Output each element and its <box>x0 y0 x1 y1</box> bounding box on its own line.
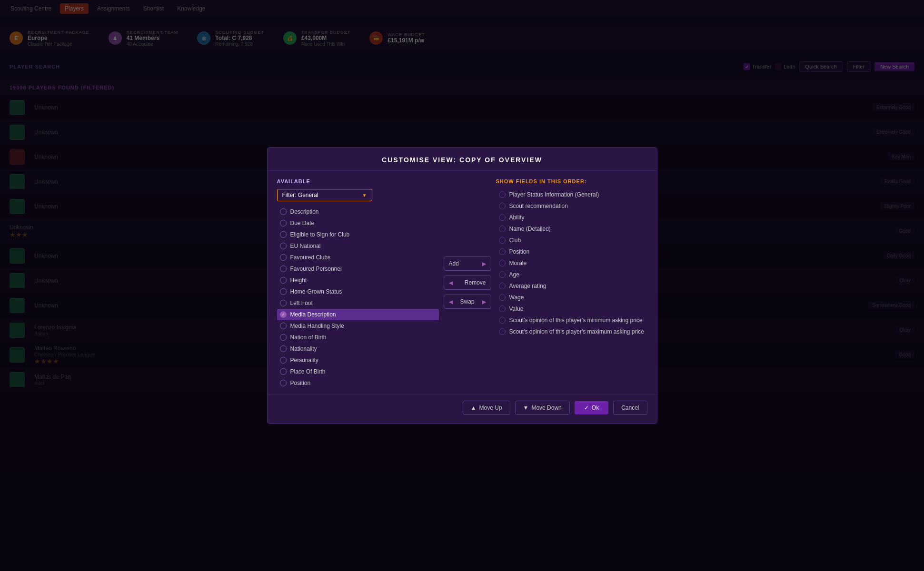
list-item[interactable]: Description <box>277 206 439 217</box>
available-header: AVAILABLE <box>277 178 439 184</box>
remove-label: Remove <box>465 279 486 286</box>
check-icon: ✓ <box>281 313 285 317</box>
item-label: Position <box>290 380 311 386</box>
field-label-min-asking: Scout's opinion of this player's minimum… <box>509 317 643 324</box>
list-item[interactable]: Due Date <box>277 217 439 229</box>
item-label: Nation of Birth <box>290 334 327 341</box>
list-item-selected[interactable]: ✓ Media Description <box>277 309 439 320</box>
list-item[interactable]: Home-Grown Status <box>277 286 439 297</box>
field-radio <box>499 248 506 255</box>
arrow-up-icon: ▲ <box>471 404 477 411</box>
fields-header: SHOW FIELDS IN THIS ORDER: <box>496 178 647 184</box>
field-item[interactable]: Name (Detailed) <box>496 223 647 235</box>
field-label: Name (Detailed) <box>509 226 551 232</box>
field-item[interactable]: Value <box>496 303 647 315</box>
field-label: Club <box>509 237 521 244</box>
field-radio <box>499 214 506 221</box>
field-label-max-asking: Scout's opinion of this player's maximum… <box>509 328 644 335</box>
list-item[interactable]: Personality <box>277 354 439 366</box>
item-radio <box>280 380 287 386</box>
list-item[interactable]: Nationality <box>277 343 439 354</box>
field-item[interactable]: Wage <box>496 292 647 303</box>
field-label: Morale <box>509 260 527 266</box>
item-label: Nationality <box>290 345 317 352</box>
item-radio <box>280 368 287 375</box>
swap-button[interactable]: ◀ Swap ▶ <box>444 295 491 309</box>
modal-overlay: CUSTOMISE VIEW: COPY OF OVERVIEW AVAILAB… <box>0 0 924 571</box>
item-radio <box>280 357 287 364</box>
item-radio <box>280 345 287 352</box>
arrow-down-icon: ▼ <box>523 404 529 411</box>
field-item[interactable]: Morale <box>496 257 647 269</box>
field-radio <box>499 294 506 301</box>
ok-label: Ok <box>592 404 599 411</box>
field-radio <box>499 328 506 335</box>
list-item[interactable]: Media Handling Style <box>277 320 439 332</box>
modal-title: CUSTOMISE VIEW: COPY OF OVERVIEW <box>268 148 657 171</box>
field-radio <box>499 305 506 312</box>
item-radio: ✓ <box>280 311 287 318</box>
item-label: Left Foot <box>290 300 313 306</box>
add-label: Add <box>449 260 459 267</box>
field-label: Position <box>509 248 530 255</box>
swap-left-icon: ◀ <box>449 299 453 305</box>
move-up-button[interactable]: ▲ Move Up <box>463 401 510 415</box>
filter-label: Filter: General <box>282 192 318 198</box>
field-label: Scout recommendation <box>509 203 568 209</box>
item-label: Media Description <box>290 311 336 318</box>
field-radio <box>499 237 506 244</box>
item-radio <box>280 220 287 226</box>
item-radio <box>280 254 287 261</box>
field-radio <box>499 191 506 198</box>
item-label: Place Of Birth <box>290 368 326 375</box>
item-radio <box>280 243 287 249</box>
list-item[interactable]: Place Of Birth <box>277 366 439 377</box>
ok-button[interactable]: ✓ Ok <box>575 401 608 414</box>
item-label: Eligible to Sign for Club <box>290 231 350 238</box>
available-list[interactable]: Description Due Date Eligible to Sign fo… <box>277 206 439 387</box>
field-item[interactable]: Position <box>496 246 647 257</box>
item-label: Personality <box>290 357 318 364</box>
filter-dropdown[interactable]: Filter: General ▼ <box>277 189 372 201</box>
list-item[interactable]: Eligible to Sign for Club <box>277 229 439 240</box>
field-label: Value <box>509 305 524 312</box>
item-radio <box>280 334 287 341</box>
item-radio <box>280 266 287 272</box>
field-item[interactable]: Scout recommendation <box>496 200 647 212</box>
fields-list: Player Status Information (General) Scou… <box>496 189 647 337</box>
field-item-max-asking[interactable]: Scout's opinion of this player's maximum… <box>496 326 647 337</box>
field-radio <box>499 271 506 278</box>
item-radio <box>280 231 287 238</box>
field-item[interactable]: Ability <box>496 212 647 223</box>
item-label: Due Date <box>290 220 315 226</box>
list-item[interactable]: Nation of Birth <box>277 332 439 343</box>
list-item[interactable]: Left Foot <box>277 297 439 309</box>
modal-footer: ▲ Move Up ▼ Move Down ✓ Ok Cancel <box>268 394 657 423</box>
cancel-button[interactable]: Cancel <box>613 401 647 415</box>
field-label: Wage <box>509 294 524 301</box>
list-item[interactable]: EU National <box>277 240 439 252</box>
field-item[interactable]: Club <box>496 235 647 246</box>
field-item[interactable]: Age <box>496 269 647 280</box>
field-item-average-rating[interactable]: Average rating <box>496 280 647 292</box>
remove-button[interactable]: ◀ Remove <box>444 276 491 290</box>
move-down-label: Move Down <box>531 404 561 411</box>
list-item[interactable]: Favoured Clubs <box>277 252 439 263</box>
add-button[interactable]: Add ▶ <box>444 256 491 271</box>
item-label: Home-Grown Status <box>290 288 342 295</box>
field-item[interactable]: Player Status Information (General) <box>496 189 647 200</box>
field-item-min-asking[interactable]: Scout's opinion of this player's minimum… <box>496 315 647 326</box>
list-item[interactable]: Favoured Personnel <box>277 263 439 275</box>
list-item[interactable]: Height <box>277 275 439 286</box>
move-down-button[interactable]: ▼ Move Down <box>515 401 570 415</box>
field-label: Ability <box>509 214 525 221</box>
check-icon: ✓ <box>584 404 589 411</box>
list-item[interactable]: Position <box>277 377 439 387</box>
field-label-average-rating: Average rating <box>509 283 546 289</box>
item-radio <box>280 288 287 295</box>
item-label: Description <box>290 208 319 215</box>
swap-label: Swap <box>460 298 474 305</box>
field-radio <box>499 260 506 266</box>
field-radio <box>499 226 506 232</box>
chevron-down-icon: ▼ <box>362 193 367 198</box>
